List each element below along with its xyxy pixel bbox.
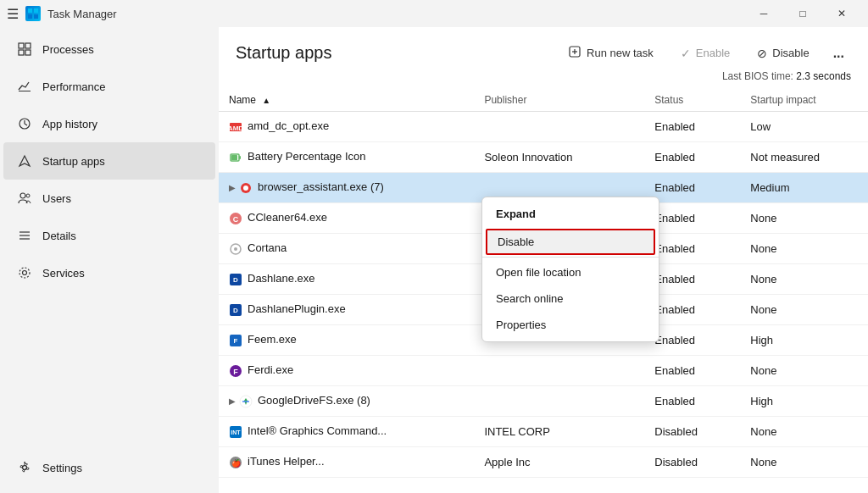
svg-rect-7: [25, 50, 31, 55]
context-item-properties[interactable]: Properties: [482, 312, 659, 338]
svg-rect-3: [34, 14, 38, 19]
minimize-button[interactable]: ─: [744, 0, 783, 27]
window-controls: ─ □ ✕: [744, 0, 861, 27]
sidebar-item-details[interactable]: Details: [3, 217, 215, 254]
maximize-button[interactable]: □: [783, 0, 822, 27]
sidebar-item-app-history[interactable]: App history: [3, 105, 215, 142]
svg-point-16: [19, 268, 30, 278]
sidebar-item-users[interactable]: Users: [3, 180, 215, 217]
titlebar: ☰ Task Manager ─ □ ✕: [0, 0, 868, 27]
context-item-expand[interactable]: Expand: [482, 201, 659, 227]
sidebar-label-settings: Settings: [42, 462, 82, 474]
svg-rect-2: [28, 14, 32, 19]
sidebar-item-services[interactable]: Services: [3, 254, 215, 291]
context-menu: Expand Disable Open file location Search…: [481, 197, 659, 342]
svg-point-15: [23, 271, 27, 275]
sidebar-item-processes[interactable]: Processes: [3, 30, 215, 68]
context-item-open-file-location[interactable]: Open file location: [482, 259, 659, 285]
settings-icon: [17, 460, 32, 475]
close-button[interactable]: ✕: [822, 0, 861, 27]
sidebar-label-performance: Performance: [42, 80, 105, 93]
svg-rect-0: [28, 8, 32, 13]
sidebar-label-app-history: App history: [42, 118, 97, 130]
users-icon: [17, 191, 32, 206]
sidebar-bottom: Settings: [0, 449, 219, 493]
app-icon: [25, 6, 41, 21]
performance-icon: [17, 79, 32, 94]
sidebar-item-startup-apps[interactable]: Startup apps: [3, 142, 215, 180]
services-icon: [17, 265, 32, 280]
hamburger-menu-icon[interactable]: ☰: [7, 6, 19, 22]
svg-rect-4: [19, 43, 24, 48]
content-area: Startup apps Run new task ✓ Enable: [219, 27, 868, 493]
svg-rect-8: [19, 91, 31, 91]
svg-rect-6: [19, 50, 24, 55]
details-icon: [17, 228, 32, 243]
svg-point-10: [20, 193, 25, 198]
window-title: Task Manager: [47, 8, 737, 20]
menu-separator: [482, 257, 659, 258]
svg-rect-1: [34, 8, 38, 13]
sidebar-label-startup-apps: Startup apps: [42, 155, 105, 168]
context-item-disable[interactable]: Disable: [486, 229, 655, 255]
context-menu-overlay[interactable]: Expand Disable Open file location Search…: [219, 27, 868, 493]
startup-icon: [17, 153, 32, 169]
processes-icon: [17, 42, 32, 57]
sidebar-label-details: Details: [42, 230, 76, 242]
sidebar-label-processes: Processes: [42, 43, 94, 56]
app-body: Processes Performance App history: [0, 27, 868, 493]
svg-point-11: [26, 194, 30, 197]
sidebar-item-performance[interactable]: Performance: [3, 68, 215, 105]
sidebar-label-services: Services: [42, 267, 85, 280]
svg-rect-5: [25, 43, 31, 48]
app-history-icon: [17, 116, 32, 131]
context-item-search-online[interactable]: Search online: [482, 285, 659, 312]
sidebar-item-settings[interactable]: Settings: [3, 449, 215, 486]
sidebar: Processes Performance App history: [0, 27, 219, 493]
sidebar-label-users: Users: [42, 192, 71, 205]
